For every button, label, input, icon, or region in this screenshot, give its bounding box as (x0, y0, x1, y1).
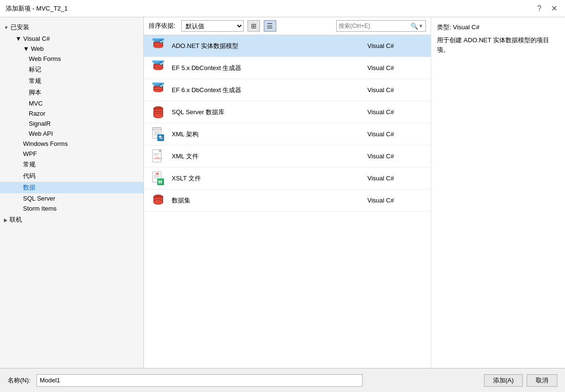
items-list: ADO.NET 实体数据模型 Visual C# (144, 35, 431, 368)
tree-item-changgui[interactable]: 常规 (0, 159, 143, 170)
list-view-button[interactable]: ☰ (264, 20, 276, 32)
item-name-xslt: XSLT 文件 (172, 174, 367, 183)
center-panel: 排序依据: 默认值 名称 类型 ⊞ ☰ 🔍 ▼ (144, 17, 431, 368)
ef5-icon (150, 59, 167, 77)
search-box: 🔍 ▼ (336, 20, 426, 32)
xml-file-icon: <XML> (150, 148, 167, 165)
item-name-ado-net: ADO.NET 实体数据模型 (172, 42, 367, 50)
section-installed[interactable]: ▼ 已安装 (0, 21, 143, 34)
section-installed-label: 已安装 (11, 23, 29, 32)
tree-item-razor[interactable]: Razor (0, 108, 143, 119)
title-bar: 添加新项 - MVC_T2_1 ? ✕ (0, 0, 565, 17)
item-row-xslt[interactable]: XSLT 文件 Visual C# (144, 167, 431, 190)
item-row-ado-net[interactable]: ADO.NET 实体数据模型 Visual C# (144, 35, 431, 57)
item-name-sql: SQL Server 数据库 (172, 108, 367, 117)
ado-icon (150, 37, 167, 55)
type-label: 类型: Visual C# (437, 23, 559, 32)
close-button[interactable]: ✕ (549, 4, 559, 13)
bottom-buttons: 添加(A) 取消 (484, 374, 557, 387)
item-row-dataset[interactable]: 数据集 Visual C# (144, 190, 431, 212)
svg-rect-27 (159, 150, 161, 152)
item-category-ado-net: Visual C# (367, 42, 425, 49)
help-button[interactable]: ? (535, 4, 543, 13)
sql-server-icon (150, 104, 167, 121)
dataset-icon (150, 192, 167, 209)
main-content: ▼ 已安装 ▼ Visual C# ▼ Web Web Forms 标记 常规 … (0, 17, 565, 368)
expand-triangle-web: ▼ (23, 45, 31, 52)
item-category-ef6: Visual C# (367, 86, 425, 94)
svg-point-40 (153, 200, 163, 204)
expand-icon-online: ▶ (4, 217, 8, 223)
right-panel: 类型: Visual C# 用于创建 ADO.NET 实体数据模型的项目项。 (431, 17, 565, 368)
item-category-dataset: Visual C# (367, 197, 425, 204)
item-name-dataset: 数据集 (172, 196, 367, 205)
svg-point-18 (153, 113, 163, 118)
tree-item-mvc[interactable]: MVC (0, 98, 143, 108)
tree-item-daima[interactable]: 代码 (0, 170, 143, 182)
dialog-title: 添加新项 - MVC_T2_1 (6, 4, 68, 13)
left-panel: ▼ 已安装 ▼ Visual C# ▼ Web Web Forms 标记 常规 … (0, 17, 144, 368)
search-input[interactable] (339, 23, 411, 29)
item-category-xml-file: Visual C# (367, 153, 425, 160)
add-button[interactable]: 添加(A) (484, 374, 523, 387)
name-label: 名称(N): (8, 376, 31, 385)
expand-triangle-visual-csharp: ▼ (15, 35, 23, 42)
tree-item-signalr[interactable]: SignalR (0, 119, 143, 129)
expand-icon-installed: ▼ (4, 25, 9, 30)
list-icon: ☰ (267, 22, 273, 30)
bottom-bar: 名称(N): 添加(A) 取消 (0, 368, 565, 392)
tree-item-wpf[interactable]: WPF (0, 149, 143, 159)
tree-item-sql-server[interactable]: SQL Server (0, 193, 143, 203)
tree-item-biaoji[interactable]: 标记 (0, 64, 143, 75)
item-category-xslt: Visual C# (367, 175, 425, 182)
item-category-ef5: Visual C# (367, 64, 425, 71)
tree-item-visual-csharp[interactable]: ▼ Visual C# (0, 34, 143, 44)
item-name-ef6: EF 6.x DbContext 生成器 (172, 86, 367, 95)
ef6-icon (150, 82, 167, 99)
toolbar: 排序依据: 默认值 名称 类型 ⊞ ☰ 🔍 ▼ (144, 17, 431, 35)
tree-item-storm-items[interactable]: Storm Items (0, 203, 143, 214)
tree-item-web[interactable]: ▼ Web (0, 44, 143, 54)
grid-icon: ⊞ (251, 22, 257, 30)
item-row-ef6[interactable]: EF 6.x DbContext 生成器 Visual C# (144, 79, 431, 101)
sort-select[interactable]: 默认值 名称 类型 (181, 20, 244, 32)
item-row-xml-schema[interactable]: XML 架构 Visual C# (144, 123, 431, 145)
description-text: 用于创建 ADO.NET 实体数据模型的项目项。 (437, 36, 559, 54)
tree-item-changgui-web[interactable]: 常规 (0, 75, 143, 87)
name-input[interactable] (36, 374, 363, 387)
grid-view-button[interactable]: ⊞ (247, 20, 260, 32)
tree-item-windows-forms[interactable]: Windows Forms (0, 139, 143, 149)
item-name-xml-file: XML 文件 (172, 152, 367, 161)
tree-item-web-forms[interactable]: Web Forms (0, 54, 143, 64)
tree-item-shuju[interactable]: 数据 (0, 182, 143, 193)
search-dropdown-icon[interactable]: ▼ (418, 23, 424, 29)
tree-item-web-api[interactable]: Web API (0, 129, 143, 139)
xml-schema-icon (150, 126, 167, 143)
svg-rect-24 (157, 134, 164, 141)
item-name-xml-schema: XML 架构 (172, 130, 367, 139)
title-bar-controls: ? ✕ (535, 4, 559, 13)
item-row-sql-server[interactable]: SQL Server 数据库 Visual C# (144, 101, 431, 123)
item-name-ef5: EF 5.x DbContext 生成器 (172, 64, 367, 72)
item-row-xml-file[interactable]: <XML> XML 文件 Visual C# (144, 145, 431, 167)
section-online[interactable]: ▶ 联机 (0, 214, 143, 226)
svg-rect-20 (153, 128, 161, 130)
section-online-label: 联机 (10, 215, 22, 224)
sort-label: 排序依据: (149, 22, 176, 30)
cancel-button[interactable]: 取消 (527, 374, 557, 387)
item-category-xml-schema: Visual C# (367, 131, 425, 138)
xslt-icon (150, 170, 167, 187)
tree-item-jiaoben[interactable]: 脚本 (0, 87, 143, 98)
item-row-ef5[interactable]: EF 5.x DbContext 生成器 Visual C# (144, 57, 431, 79)
item-category-sql: Visual C# (367, 108, 425, 116)
svg-text:<XML>: <XML> (153, 156, 162, 160)
search-icon: 🔍 (411, 23, 418, 30)
